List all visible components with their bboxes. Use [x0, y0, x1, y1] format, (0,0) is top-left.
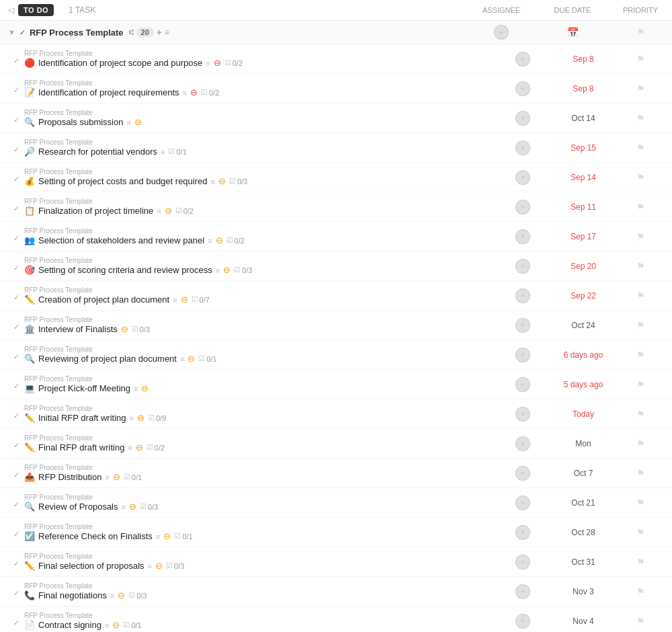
task-flag-icon[interactable]: ⚑ [636, 54, 645, 65]
task-duedate-cell[interactable]: Nov 3 [550, 587, 617, 596]
task-avatar[interactable]: + [515, 555, 530, 569]
task-menu-icon[interactable]: ≡ [206, 59, 210, 67]
task-flag-icon[interactable]: ⚑ [636, 527, 645, 538]
task-title[interactable]: Selection of stakeholders and review pan… [38, 235, 204, 245]
task-flag-icon[interactable]: ⚑ [636, 498, 645, 508]
task-duedate-cell[interactable]: Oct 7 [550, 469, 617, 478]
task-duedate-cell[interactable]: Sep 8 [550, 84, 617, 93]
task-duedate-cell[interactable]: 6 days ago [550, 350, 617, 360]
task-title[interactable]: Setting of project costs and budget requ… [38, 176, 208, 186]
task-duedate-cell[interactable]: Oct 31 [550, 557, 617, 567]
task-menu-icon[interactable]: ≡ [173, 296, 177, 304]
task-check-icon[interactable]: ✓ [13, 589, 19, 598]
group-add-icon[interactable]: + [157, 27, 162, 38]
task-title[interactable]: Interview of Finalists [38, 324, 118, 334]
task-flag-icon[interactable]: ⚑ [636, 409, 645, 420]
task-title[interactable]: Identification of project requirements [38, 87, 179, 97]
task-title[interactable]: Review of Proposals [38, 502, 118, 512]
task-check-icon[interactable]: ✓ [13, 441, 19, 450]
task-title[interactable]: Finalization of project timeline [38, 206, 153, 216]
task-duedate-cell[interactable]: Sep 11 [550, 202, 617, 212]
task-title[interactable]: RFP Distribution [38, 472, 101, 482]
task-avatar[interactable]: + [515, 377, 530, 392]
task-flag-icon[interactable]: ⚑ [636, 113, 645, 124]
task-menu-icon[interactable]: ≡ [148, 562, 152, 570]
task-avatar[interactable]: + [515, 111, 530, 126]
task-flag-icon[interactable]: ⚑ [636, 231, 645, 242]
task-check-icon[interactable]: ✓ [13, 471, 19, 479]
task-duedate-cell[interactable]: 5 days ago [550, 380, 617, 389]
group-menu-icon[interactable]: ≡ [165, 28, 169, 37]
task-flag-icon[interactable]: ⚑ [636, 83, 645, 94]
task-duedate-cell[interactable]: Today [550, 409, 617, 419]
task-title[interactable]: Creation of project plan document [38, 294, 169, 305]
task-avatar[interactable]: + [515, 259, 530, 274]
task-menu-icon[interactable]: ≡ [208, 237, 212, 245]
task-menu-icon[interactable]: ≡ [122, 503, 126, 511]
task-duedate-cell[interactable]: Sep 20 [550, 262, 617, 271]
task-duedate-cell[interactable]: Sep 14 [550, 173, 617, 182]
task-avatar[interactable]: + [515, 466, 530, 481]
task-flag-icon[interactable]: ⚑ [636, 202, 645, 212]
task-check-icon[interactable]: ✓ [13, 175, 19, 184]
task-avatar[interactable]: + [515, 229, 530, 244]
task-flag-icon[interactable]: ⚑ [636, 261, 645, 272]
task-title[interactable]: Research for potential vendors [38, 147, 157, 157]
task-flag-icon[interactable]: ⚑ [636, 557, 645, 567]
task-avatar[interactable]: + [515, 81, 530, 96]
task-menu-icon[interactable]: ≡ [130, 414, 134, 422]
group-expand-icon[interactable]: ▼ [8, 28, 15, 36]
task-avatar[interactable]: + [515, 170, 530, 185]
task-duedate-cell[interactable]: Nov 4 [550, 617, 617, 626]
task-duedate-cell[interactable]: Sep 17 [550, 232, 617, 241]
task-flag-icon[interactable]: ⚑ [636, 350, 645, 360]
task-title[interactable]: Initial RFP draft writing [38, 413, 126, 423]
task-check-icon[interactable]: ✓ [13, 559, 19, 568]
task-avatar[interactable]: + [515, 288, 530, 303]
task-avatar[interactable]: + [515, 525, 530, 540]
task-title[interactable]: Final selection of proposals [38, 561, 144, 571]
task-avatar[interactable]: + [515, 496, 530, 510]
task-avatar[interactable]: + [515, 584, 530, 599]
task-check-icon[interactable]: ✓ [13, 234, 19, 243]
task-title[interactable]: Proposals submission [38, 117, 123, 127]
task-menu-icon[interactable]: ≡ [126, 118, 130, 126]
task-duedate-cell[interactable]: Oct 21 [550, 498, 617, 508]
task-flag-icon[interactable]: ⚑ [636, 468, 645, 479]
task-check-icon[interactable]: ✓ [13, 619, 19, 627]
task-menu-icon[interactable]: ≡ [105, 621, 109, 629]
task-title[interactable]: Final RFP draft writing [38, 442, 124, 452]
task-menu-icon[interactable]: ≡ [211, 177, 215, 186]
task-flag-icon[interactable]: ⚑ [636, 172, 645, 183]
task-menu-icon[interactable]: ≡ [134, 385, 138, 393]
task-flag-icon[interactable]: ⚑ [636, 379, 645, 390]
task-menu-icon[interactable]: ≡ [157, 207, 161, 215]
task-title[interactable]: Setting of scoring criteria and review p… [38, 265, 212, 275]
task-menu-icon[interactable]: ≡ [105, 473, 109, 481]
task-duedate-cell[interactable]: Sep 22 [550, 291, 617, 301]
task-check-icon[interactable]: ✓ [13, 411, 19, 420]
task-check-icon[interactable]: ✓ [13, 56, 19, 65]
task-title[interactable]: Identification of project scope and purp… [38, 58, 202, 68]
task-menu-icon[interactable]: ≡ [216, 266, 220, 274]
task-menu-icon[interactable]: ≡ [110, 592, 114, 600]
task-duedate-cell[interactable]: Oct 28 [550, 528, 617, 537]
task-avatar[interactable]: + [515, 436, 530, 451]
task-avatar[interactable]: + [515, 200, 530, 214]
task-avatar[interactable]: + [515, 348, 530, 362]
task-check-icon[interactable]: ✓ [13, 352, 19, 361]
task-check-icon[interactable]: ✓ [13, 264, 19, 272]
task-avatar[interactable]: + [515, 614, 530, 629]
back-icon[interactable]: ◁ [8, 5, 14, 15]
task-avatar[interactable]: + [515, 141, 530, 155]
task-check-icon[interactable]: ✓ [13, 86, 19, 95]
task-duedate-cell[interactable]: Oct 24 [550, 321, 617, 330]
task-menu-icon[interactable]: ≡ [161, 148, 165, 156]
task-check-icon[interactable]: ✓ [13, 293, 19, 302]
task-title[interactable]: Project Kick-off Meeting [38, 383, 130, 393]
task-menu-icon[interactable]: ≡ [180, 355, 184, 363]
task-flag-icon[interactable]: ⚑ [636, 586, 645, 597]
task-flag-icon[interactable]: ⚑ [636, 438, 645, 449]
task-avatar[interactable]: + [515, 318, 530, 333]
task-menu-icon[interactable]: ≡ [183, 89, 187, 97]
